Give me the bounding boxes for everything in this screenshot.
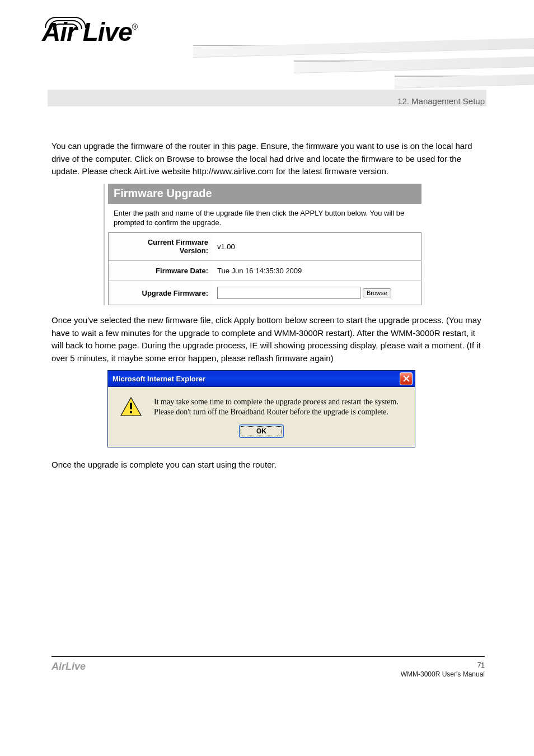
registered-mark: ®	[132, 22, 137, 31]
current-firmware-version-label: Current FirmwareVersion:	[109, 232, 213, 261]
upgrade-firmware-label: Upgrade Firmware:	[109, 281, 213, 305]
panel-description: Enter the path and name of the upgrade f…	[108, 204, 421, 232]
footer-brand: AirLive	[51, 661, 86, 673]
firmware-date-value: Tue Jun 16 14:35:30 2009	[213, 261, 421, 281]
firmware-upgrade-panel: Firmware Upgrade Enter the path and name…	[104, 184, 423, 306]
page-footer: AirLive 71 WMM-3000R User's Manual	[0, 656, 534, 690]
table-row: Firmware Date: Tue Jun 16 14:35:30 2009	[109, 261, 421, 281]
upgrade-firmware-input[interactable]	[217, 287, 360, 299]
table-row: Current FirmwareVersion: v1.00	[109, 232, 421, 261]
page-header: Air Live® 12. Management Setup	[0, 0, 534, 112]
dialog-ok-button[interactable]: OK	[239, 424, 284, 438]
chapter-heading: 12. Management Setup	[397, 96, 485, 106]
footer-page-number: 71	[477, 661, 485, 669]
dialog-titlebar: Microsoft Internet Explorer	[108, 371, 415, 387]
dialog-message-line2: Please don't turn off the Broadband Rout…	[154, 408, 388, 416]
footer-manual-title: WMM-3000R User's Manual	[401, 670, 485, 678]
dialog-title: Microsoft Internet Explorer	[113, 375, 205, 383]
header-swooshes	[193, 45, 534, 84]
panel-title: Firmware Upgrade	[108, 184, 421, 204]
intro-paragraph: You can upgrade the firmware of the rout…	[51, 140, 483, 178]
brand-logo: Air Live®	[42, 17, 137, 47]
footer-right: 71 WMM-3000R User's Manual	[401, 661, 485, 679]
svg-point-4	[130, 411, 132, 413]
firmware-date-label: Firmware Date:	[109, 261, 213, 281]
table-row: Upgrade Firmware: Browse	[109, 281, 421, 305]
between-paragraph: Once you've selected the new firmware fi…	[51, 314, 483, 365]
dialog-message: It may take some time to complete the up…	[154, 397, 399, 417]
upgrade-firmware-cell: Browse	[213, 281, 421, 305]
svg-rect-3	[130, 403, 132, 409]
after-paragraph: Once the upgrade is complete you can sta…	[51, 459, 483, 472]
ie-alert-dialog: Microsoft Internet Explorer	[107, 370, 415, 447]
warning-icon	[120, 397, 142, 416]
close-icon	[403, 375, 410, 382]
brand-logo-text: Air Live	[42, 17, 132, 46]
dialog-close-button[interactable]	[400, 372, 413, 385]
browse-button[interactable]: Browse	[363, 288, 391, 297]
dialog-message-line1: It may take some time to complete the up…	[154, 398, 399, 406]
firmware-table: Current FirmwareVersion: v1.00 Firmware …	[108, 232, 421, 306]
current-firmware-version-value: v1.00	[213, 232, 421, 261]
